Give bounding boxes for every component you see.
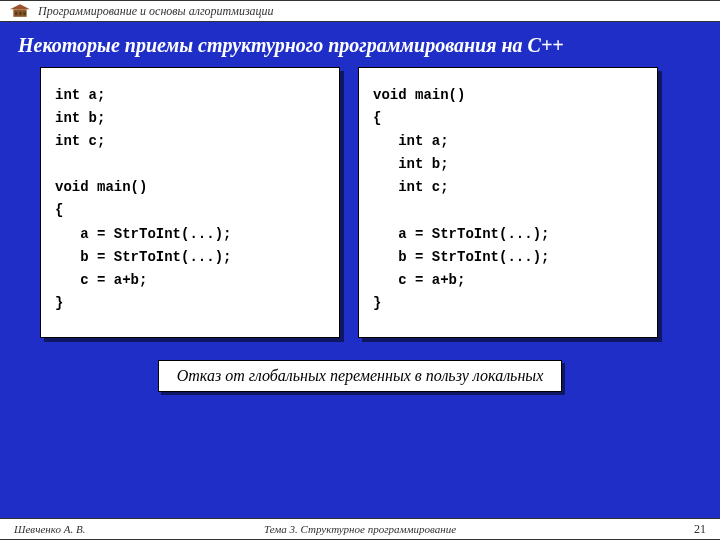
note-box: Отказ от глобальных переменных в пользу …	[158, 360, 563, 392]
slide: Программирование и основы алгоритмизации…	[0, 0, 720, 540]
note-wrap: Отказ от глобальных переменных в пользу …	[0, 360, 720, 392]
svg-marker-1	[10, 4, 30, 9]
content-area: int a; int b; int c; void main() { a = S…	[0, 67, 720, 338]
footer-topic: Тема 3. Структурное программирование	[0, 523, 720, 535]
svg-rect-4	[23, 12, 26, 15]
svg-rect-2	[15, 12, 18, 15]
code-right: void main() { int a; int b; int c; a = S…	[373, 84, 643, 315]
header-bar: Программирование и основы алгоритмизации	[0, 0, 720, 22]
footer-author: Шевченко А. В.	[14, 523, 85, 535]
course-title: Программирование и основы алгоритмизации	[38, 4, 274, 19]
footer-bar: Шевченко А. В. Тема 3. Структурное прогр…	[0, 518, 720, 540]
code-box-left: int a; int b; int c; void main() { a = S…	[40, 67, 340, 338]
footer-page: 21	[694, 522, 706, 537]
code-left: int a; int b; int c; void main() { a = S…	[55, 84, 325, 315]
slide-title: Некоторые приемы структурного программир…	[0, 22, 720, 67]
code-box-right: void main() { int a; int b; int c; a = S…	[358, 67, 658, 338]
svg-rect-3	[19, 12, 22, 15]
logo-icon	[10, 4, 30, 18]
